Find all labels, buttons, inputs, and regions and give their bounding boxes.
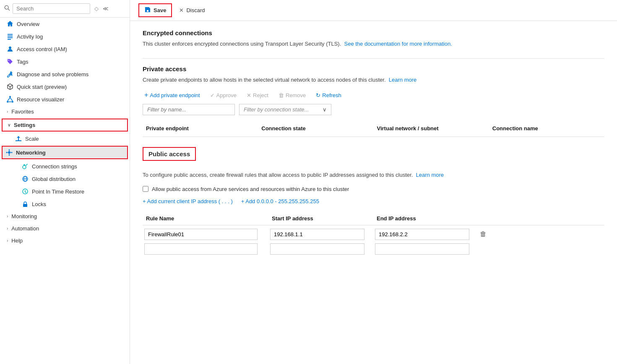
sidebar-item-global-distribution[interactable]: Global distribution xyxy=(0,173,130,185)
svg-marker-15 xyxy=(17,136,20,138)
sidebar-item-diagnose[interactable]: Diagnose and solve problems xyxy=(0,68,130,80)
globe-icon xyxy=(22,176,29,182)
sidebar-item-access-control[interactable]: Access control (IAM) xyxy=(0,43,130,55)
sidebar-search-container: ◇ ≪ xyxy=(0,0,130,18)
sidebar-item-label: Access control (IAM) xyxy=(17,46,67,52)
scale-icon xyxy=(15,135,22,142)
sidebar-item-label: Monitoring xyxy=(11,213,37,219)
chevron-right-icon: › xyxy=(7,109,8,114)
sidebar-item-monitoring[interactable]: › Monitoring xyxy=(0,210,130,222)
private-desc-text: Create private endpoints to allow hosts … xyxy=(143,77,386,83)
x-icon: ✕ xyxy=(247,92,251,98)
private-access-table-header: Private endpoint Connection state Virtua… xyxy=(143,120,604,137)
sidebar-item-quickstart[interactable]: Quick start (preview) xyxy=(0,80,130,93)
encrypted-connections-title: Encrypted connections xyxy=(143,29,604,36)
sidebar-item-activity-log[interactable]: Activity log xyxy=(0,30,130,43)
sidebar-item-favorites[interactable]: › Favorites xyxy=(0,106,130,118)
sidebar-item-point-in-time[interactable]: Point In Time Restore xyxy=(0,185,130,198)
fw-col-end-ip: End IP address xyxy=(373,214,478,222)
toolbar: Save ✕ Discard xyxy=(130,0,617,21)
sidebar-item-help[interactable]: › Help xyxy=(0,235,130,247)
main-content: Save ✕ Discard Encrypted connections Thi… xyxy=(130,0,617,364)
fw-end-ip-1[interactable] xyxy=(375,229,469,240)
firewall-row-2 xyxy=(143,243,604,255)
check-icon: ✓ xyxy=(210,92,215,98)
azure-services-label: Allow public access from Azure services … xyxy=(152,186,349,192)
sidebar-item-connection-strings[interactable]: Connection strings xyxy=(0,160,130,173)
sidebar-item-label: Tags xyxy=(17,59,28,65)
sidebar-item-automation[interactable]: › Automation xyxy=(0,222,130,235)
search-input[interactable] xyxy=(13,3,90,14)
svg-rect-4 xyxy=(8,37,13,38)
approve-button[interactable]: ✓ Approve xyxy=(208,91,238,99)
delete-rule-1-button[interactable]: 🗑 xyxy=(478,230,488,239)
fw-col-rule-name: Rule Name xyxy=(143,214,268,222)
sidebar-item-label: Global distribution xyxy=(32,176,75,182)
nodes-icon xyxy=(7,96,13,103)
fw-start-ip-2[interactable] xyxy=(270,243,364,255)
sidebar-item-resource-visualizer[interactable]: Resource visualizer xyxy=(0,93,130,106)
remove-button[interactable]: 🗑 Remove xyxy=(277,91,307,99)
svg-point-16 xyxy=(8,151,10,154)
remove-label: Remove xyxy=(286,92,306,98)
sidebar-item-scale[interactable]: Scale xyxy=(0,132,130,145)
save-button[interactable]: Save xyxy=(138,3,172,17)
fw-end-ip-2[interactable] xyxy=(375,243,469,255)
refresh-button[interactable]: ↻ Refresh xyxy=(314,91,343,99)
discard-label: Discard xyxy=(186,7,205,13)
firewall-row-1: 🗑 xyxy=(143,229,604,240)
svg-point-20 xyxy=(11,152,13,153)
sidebar-item-label: Connection strings xyxy=(32,163,77,170)
search-icon xyxy=(4,5,10,12)
azure-services-checkbox[interactable] xyxy=(143,186,148,192)
trash-icon: 🗑 xyxy=(279,92,284,98)
clock-icon xyxy=(22,188,29,195)
private-access-link[interactable]: Learn more xyxy=(389,77,417,83)
public-access-link[interactable]: Learn more xyxy=(416,172,444,178)
public-access-desc: To configure public access, create firew… xyxy=(143,171,604,179)
svg-point-18 xyxy=(9,155,10,156)
save-label: Save xyxy=(154,7,166,13)
svg-line-11 xyxy=(10,98,13,101)
encrypted-connections-section: Encrypted connections This cluster enfor… xyxy=(143,29,604,48)
private-access-section: Private access Create private endpoints … xyxy=(143,65,604,137)
fw-start-ip-1[interactable] xyxy=(270,229,364,240)
add-ip-range-link[interactable]: + Add 0.0.0.0 - 255.255.255.255 xyxy=(241,198,319,204)
sidebar-item-settings[interactable]: ∨ Settings xyxy=(2,119,128,132)
fw-cell-start-1 xyxy=(268,229,373,240)
discard-button[interactable]: ✕ Discard xyxy=(174,5,210,16)
approve-label: Approve xyxy=(216,92,237,98)
fw-cell-delete-1: 🗑 xyxy=(478,230,495,239)
private-access-desc: Create private endpoints to allow hosts … xyxy=(143,76,604,84)
ip-links-row: + Add current client IP address ( . . . … xyxy=(143,198,604,204)
encrypted-connections-link[interactable]: See the documentation for more informati… xyxy=(344,41,452,47)
add-current-ip-link[interactable]: + Add current client IP address ( . . . … xyxy=(143,198,233,204)
fw-cell-name-2 xyxy=(143,243,268,255)
home-icon xyxy=(7,21,13,27)
filter-state-dropdown[interactable]: Filter by connection state... ∨ xyxy=(239,104,331,115)
svg-point-17 xyxy=(9,150,10,151)
lock-icon xyxy=(22,201,29,207)
sidebar-item-label: Diagnose and solve problems xyxy=(17,71,89,77)
collapse-sidebar-button[interactable]: ≪ xyxy=(103,5,109,12)
filter-name-input[interactable] xyxy=(143,104,235,115)
fw-rule-name-1[interactable] xyxy=(144,229,258,240)
sidebar-item-networking[interactable]: Networking xyxy=(2,146,128,159)
filter-state-label: Filter by connection state... xyxy=(244,106,323,113)
chevron-down-icon: ∨ xyxy=(323,106,327,113)
fw-col-action xyxy=(478,214,495,222)
wrench-icon xyxy=(7,71,13,77)
save-icon xyxy=(144,6,151,14)
svg-point-25 xyxy=(23,165,26,169)
sidebar-item-overview[interactable]: Overview xyxy=(0,18,130,30)
reject-button[interactable]: ✕ Reject xyxy=(245,91,270,99)
person-icon xyxy=(7,46,13,52)
add-private-endpoint-button[interactable]: + Add private endpoint xyxy=(143,90,202,100)
sidebar-item-label: Scale xyxy=(25,136,39,142)
chevron-right-icon-help: › xyxy=(7,238,8,243)
discard-icon: ✕ xyxy=(179,7,184,13)
sidebar-item-label: Overview xyxy=(17,21,39,27)
sidebar-item-locks[interactable]: Locks xyxy=(0,198,130,210)
fw-rule-name-2[interactable] xyxy=(144,243,258,255)
sidebar-item-tags[interactable]: Tags xyxy=(0,55,130,68)
